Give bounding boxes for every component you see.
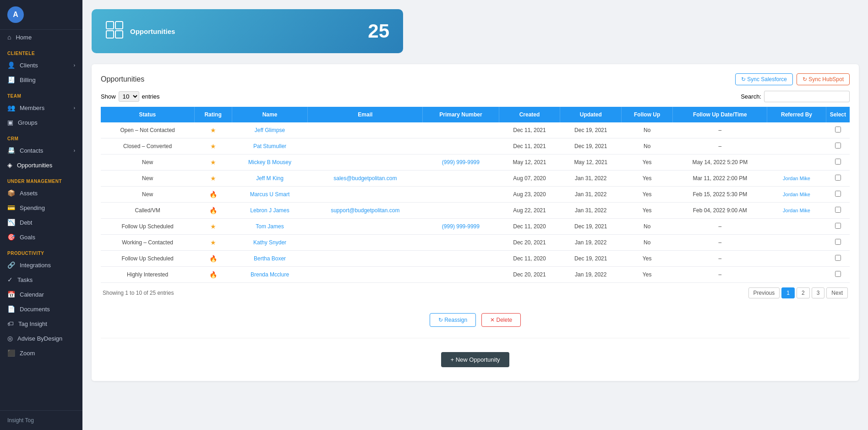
row-checkbox[interactable]: [835, 223, 841, 229]
cell-updated: Jan 31, 2022: [560, 187, 622, 203]
name-link[interactable]: Bertha Boxer: [254, 255, 286, 262]
cell-name: Jeff M King: [232, 171, 308, 187]
integrations-icon: 🔗: [7, 261, 15, 269]
cell-phone: [423, 251, 499, 267]
cell-status: Follow Up Scheduled: [101, 219, 194, 235]
sidebar-members-label: Members: [20, 105, 44, 111]
cell-followup: Yes: [622, 187, 673, 203]
name-link[interactable]: Marcus U Smart: [250, 191, 290, 198]
cell-rating: ★: [194, 171, 232, 187]
sync-buttons: ↻ Sync Salesforce ↻ Sync HubSpot: [735, 73, 850, 85]
page-2-button[interactable]: 2: [797, 287, 810, 298]
sidebar-billing-label: Billing: [20, 77, 36, 83]
sidebar-item-contacts[interactable]: 📇 Contacts ›: [0, 143, 82, 158]
name-link[interactable]: Mickey B Mousey: [248, 159, 291, 165]
cell-referred: Jordan Mike: [767, 187, 826, 203]
row-checkbox[interactable]: [835, 159, 841, 165]
sidebar-item-integrations[interactable]: 🔗 Integrations: [0, 258, 82, 272]
page-3-button[interactable]: 3: [812, 287, 825, 298]
name-link[interactable]: Jeff M King: [256, 175, 284, 182]
email-link[interactable]: sales@budgetpolitan.com: [333, 175, 397, 182]
delete-button[interactable]: ✕ Delete: [481, 313, 521, 327]
svg-rect-3: [115, 31, 123, 38]
sidebar-tasks-label: Tasks: [17, 276, 33, 283]
sidebar-item-documents[interactable]: 📄 Documents: [0, 302, 82, 316]
sidebar-item-goals[interactable]: 🎯 Goals: [0, 230, 82, 244]
name-link[interactable]: Pat Stumuller: [253, 143, 286, 149]
sidebar-contacts-label: Contacts: [20, 147, 43, 154]
sidebar-item-assets[interactable]: 📦 Assets: [0, 186, 82, 200]
cell-name: Tom James: [232, 219, 308, 235]
sidebar-item-debt[interactable]: 📉 Debt: [0, 215, 82, 230]
cell-created: Dec 11, 2021: [499, 138, 560, 154]
row-checkbox[interactable]: [835, 191, 841, 197]
table-row: New ★ Mickey B Mousey (999) 999-9999 May…: [101, 154, 850, 171]
prev-button[interactable]: Previous: [748, 287, 780, 298]
row-checkbox[interactable]: [835, 255, 841, 261]
referred-link[interactable]: Jordan Mike: [783, 192, 810, 197]
sidebar-item-tag-insight[interactable]: 🏷 Tag Insight: [0, 316, 82, 331]
sidebar-item-calendar[interactable]: 📅 Calendar: [0, 287, 82, 302]
sidebar-tag-insight-label: Tag Insight: [18, 320, 47, 327]
row-checkbox[interactable]: [835, 127, 841, 132]
next-button[interactable]: Next: [826, 287, 848, 298]
name-link[interactable]: Tom James: [256, 223, 284, 230]
cell-email: [308, 187, 423, 203]
row-checkbox[interactable]: [835, 271, 841, 277]
sidebar-opportunities-label: Opportunities: [17, 162, 52, 169]
cell-rating: ★: [194, 219, 232, 235]
reassign-button[interactable]: ↻ Reassign: [430, 313, 476, 327]
referred-link[interactable]: Jordan Mike: [783, 208, 810, 213]
cell-email: [308, 154, 423, 171]
col-name: Name: [232, 107, 308, 122]
col-followup-dt: Follow Up Date/Time: [673, 107, 767, 122]
showing-text: Showing 1 to 10 of 25 entries: [103, 290, 174, 296]
row-checkbox[interactable]: [835, 175, 841, 181]
name-link[interactable]: Brenda Mcclure: [251, 271, 289, 278]
cell-referred: Jordan Mike: [767, 171, 826, 187]
sidebar-item-advise-bydesign[interactable]: ◎ Advise ByDesign: [0, 331, 82, 346]
sync-salesforce-button[interactable]: ↻ Sync Salesforce: [735, 73, 793, 85]
sidebar-item-tasks[interactable]: ✓ Tasks: [0, 272, 82, 287]
sidebar-item-groups[interactable]: ▣ Groups: [0, 115, 82, 130]
sidebar-item-spending[interactable]: 💳 Spending: [0, 200, 82, 215]
cell-followup: Yes: [622, 203, 673, 219]
sidebar-item-members[interactable]: 👥 Members ›: [0, 100, 82, 115]
referred-link[interactable]: Jordan Mike: [783, 176, 810, 181]
search-input[interactable]: [764, 91, 850, 102]
name-link[interactable]: Jeff Glimpse: [255, 127, 285, 133]
sidebar-section-management: UNDER MANAGEMENT: [0, 172, 82, 186]
table-footer: Showing 1 to 10 of 25 entries Previous 1…: [101, 283, 850, 303]
show-label: Show: [101, 93, 116, 100]
row-checkbox[interactable]: [835, 143, 841, 149]
name-link[interactable]: Kathy Snyder: [253, 239, 286, 246]
cell-select: [826, 235, 850, 251]
cell-followup-dt: –: [673, 138, 767, 154]
cell-created: Dec 11, 2021: [499, 122, 560, 138]
sidebar-item-home[interactable]: ⌂ Home: [0, 30, 82, 44]
sidebar-item-billing[interactable]: 🧾 Billing: [0, 72, 82, 87]
sidebar-item-clients[interactable]: 👤 Clients ›: [0, 58, 82, 72]
cell-followup-dt: –: [673, 251, 767, 267]
cell-created: Dec 11, 2020: [499, 219, 560, 235]
sidebar: A ⌂ Home CLIENTELE 👤 Clients › 🧾 Billing…: [0, 0, 82, 430]
cell-updated: Jan 19, 2022: [560, 235, 622, 251]
cell-name: Bertha Boxer: [232, 251, 308, 267]
cell-phone: [423, 187, 499, 203]
email-link[interactable]: support@budgetpolitan.com: [331, 207, 399, 214]
page-1-button[interactable]: 1: [781, 287, 795, 298]
entries-select[interactable]: 10 25 50: [119, 91, 139, 102]
cell-updated: May 12, 2021: [560, 154, 622, 171]
cell-followup-dt: –: [673, 267, 767, 283]
search-box: Search:: [741, 91, 850, 102]
sync-hubspot-button[interactable]: ↻ Sync HubSpot: [797, 73, 850, 85]
row-checkbox[interactable]: [835, 207, 841, 213]
cell-followup-dt: Feb 15, 2022 5:30 PM: [673, 187, 767, 203]
sidebar-item-opportunities[interactable]: ◈ Opportunities: [0, 158, 82, 172]
new-opportunity-button[interactable]: + New Opportunity: [441, 352, 509, 367]
cell-created: Aug 23, 2020: [499, 187, 560, 203]
row-checkbox[interactable]: [835, 239, 841, 245]
sidebar-item-zoom[interactable]: ⬛ Zoom: [0, 346, 82, 360]
clients-icon: 👤: [7, 61, 15, 69]
name-link[interactable]: Lebron J James: [250, 207, 289, 214]
